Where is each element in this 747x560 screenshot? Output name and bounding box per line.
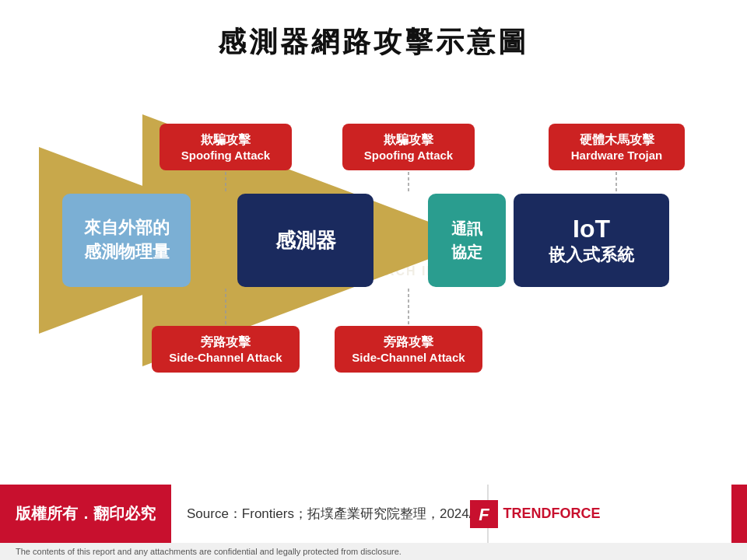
- spoof-attack-1-box: 欺騙攻擊 Spoofing Attack: [160, 124, 292, 170]
- diagram: 拓墣 TOPOLOGY RESEARCH INSTITUTE: [39, 100, 708, 396]
- footer-source-area: Source：Frontiers；拓墣產業研究院整理，2024/01 F TRE…: [171, 485, 731, 543]
- sensor-input-label2: 感測物理量: [84, 240, 170, 264]
- protocol-label2: 協定: [451, 240, 482, 264]
- force-text: FORCE: [551, 506, 600, 521]
- content-area: 感測器網路攻擊示意圖 拓墣 TOPOLOGY RESEARCH INSTITUT…: [0, 0, 747, 485]
- disclaimer-text: The contents of this report and any atta…: [16, 547, 402, 556]
- footer-logo-area: F TRENDFORCE: [487, 485, 612, 543]
- spoof2-line1: 欺騙攻擊: [384, 132, 433, 149]
- iot-sub: 嵌入式系統: [549, 243, 634, 267]
- sensor-input-box: 來自外部的 感測物理量: [62, 194, 191, 287]
- spoof-attack-2-box: 欺騙攻擊 Spoofing Attack: [342, 124, 475, 170]
- spoof1-line2: Spoofing Attack: [181, 149, 270, 162]
- trojan-line1: 硬體木馬攻擊: [580, 132, 654, 149]
- sensor-box: 感測器: [237, 194, 374, 287]
- footer-copyright: 版權所有．翻印必究: [16, 503, 156, 524]
- main-container: 感測器網路攻擊示意圖 拓墣 TOPOLOGY RESEARCH INSTITUT…: [0, 0, 747, 560]
- spoof2-line2: Spoofing Attack: [364, 149, 453, 162]
- protocol-box: 通訊 協定: [428, 194, 506, 287]
- footer-bar: 版權所有．翻印必究 Source：Frontiers；拓墣產業研究院整理，202…: [0, 485, 747, 543]
- svg-text:F: F: [479, 505, 490, 524]
- trend-text: TREND: [503, 506, 551, 521]
- sensor-label: 感測器: [275, 227, 336, 254]
- trendforce-logo: F TRENDFORCE: [470, 500, 600, 528]
- side-channel-1-box: 旁路攻擊 Side-Channel Attack: [152, 326, 300, 373]
- side2-line1: 旁路攻擊: [384, 334, 433, 351]
- trojan-attack-box: 硬體木馬攻擊 Hardware Trojan: [549, 124, 685, 170]
- iot-box: IoT 嵌入式系統: [514, 194, 669, 287]
- side1-line2: Side-Channel Attack: [169, 351, 282, 364]
- side-channel-2-box: 旁路攻擊 Side-Channel Attack: [335, 326, 482, 373]
- side1-line1: 旁路攻擊: [201, 334, 251, 351]
- page-title: 感測器網路攻擊示意圖: [218, 23, 529, 61]
- side2-line2: Side-Channel Attack: [352, 351, 465, 364]
- sensor-input-label: 來自外部的: [84, 216, 170, 240]
- trendforce-text-label: TRENDFORCE: [503, 506, 600, 522]
- spoof1-line1: 欺騙攻擊: [201, 132, 251, 149]
- iot-title: IoT: [573, 215, 610, 243]
- trendforce-icon: F: [470, 500, 498, 528]
- disclaimer: The contents of this report and any atta…: [0, 543, 747, 560]
- protocol-label1: 通訊: [451, 217, 482, 240]
- trojan-line2: Hardware Trojan: [571, 149, 663, 162]
- footer-source-text: Source：Frontiers；拓墣產業研究院整理，2024/01: [187, 505, 487, 523]
